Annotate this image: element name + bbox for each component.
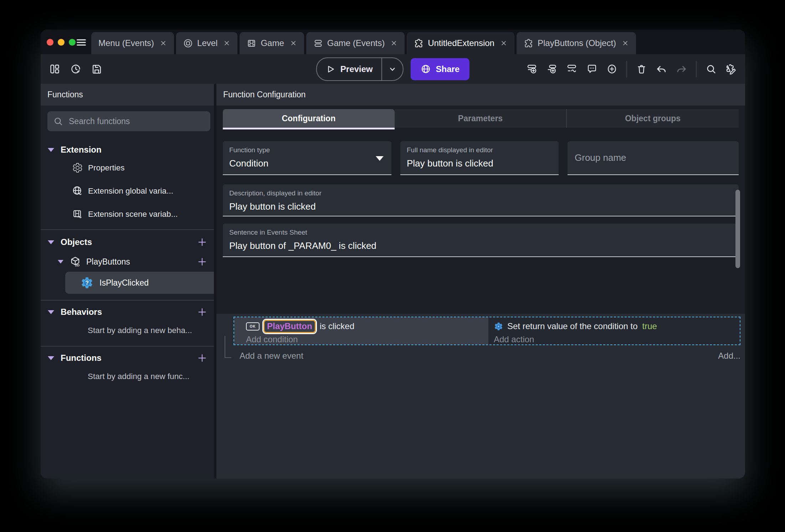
collapse-triangle-icon[interactable] — [48, 240, 54, 244]
conditions-cell[interactable]: OK PlayButton is clicked Add condition — [234, 317, 488, 344]
group-name-input[interactable] — [574, 152, 732, 164]
search-icon — [706, 63, 717, 75]
comment-icon — [586, 63, 597, 75]
action-gear-icon — [494, 322, 503, 331]
tab-close-icon[interactable] — [290, 40, 297, 47]
add-comment-button[interactable] — [586, 63, 597, 75]
tab-label: UntitledExtension — [428, 38, 494, 48]
collapse-triangle-icon[interactable] — [48, 310, 54, 314]
edit-extension-button[interactable] — [725, 63, 737, 75]
undo-button[interactable] — [656, 63, 667, 75]
tab-game-events[interactable]: Game (Events) — [306, 32, 405, 54]
tab-level[interactable]: Level — [176, 32, 237, 54]
traffic-lights — [47, 39, 76, 46]
redo-icon — [676, 63, 687, 75]
tab-label: Game — [261, 38, 284, 48]
section-label: Objects — [61, 237, 92, 247]
sidebar-item-properties[interactable]: Properties — [41, 156, 214, 179]
tree-item-playbuttons[interactable]: PlayButtons — [41, 255, 214, 269]
search-functions-input[interactable] — [68, 116, 205, 127]
add-behavior-icon[interactable] — [197, 307, 207, 317]
search-functions-box[interactable] — [47, 111, 210, 131]
field-label: Full name displayed in editor — [407, 146, 552, 154]
titlebar: Menu (Events) Level Game Game (Events) — [41, 30, 745, 54]
sentence-field[interactable]: Sentence in Events Sheet Play button of … — [223, 224, 739, 257]
add-other-events-button[interactable] — [566, 63, 578, 75]
zoom-window-button[interactable] — [69, 39, 76, 46]
tab-close-icon[interactable] — [390, 40, 397, 47]
full-name-field[interactable]: Full name displayed in editor Play butto… — [400, 141, 559, 175]
group-name-field[interactable] — [568, 141, 739, 175]
version-history-button[interactable] — [70, 63, 81, 75]
tab-close-icon[interactable] — [223, 40, 230, 47]
section-functions-header[interactable]: Functions — [41, 351, 214, 365]
delete-button[interactable] — [636, 63, 647, 75]
collapse-triangle-icon[interactable] — [58, 260, 63, 264]
form-scrollbar[interactable] — [735, 190, 740, 268]
add-more-button[interactable]: Add... — [718, 351, 740, 361]
tab-configuration[interactable]: Configuration — [223, 109, 395, 128]
tab-close-icon[interactable] — [622, 40, 629, 47]
description-field[interactable]: Description, displayed in editor Play bu… — [223, 184, 739, 216]
action-line[interactable]: Set return value of the condition to tru… — [494, 320, 740, 333]
tab-close-icon[interactable] — [160, 40, 167, 47]
minimize-window-button[interactable] — [58, 39, 65, 46]
sidebar-item-extension-scene-variables[interactable]: Extension scene variab... — [41, 203, 214, 226]
body: Functions Extension Properties Extension… — [41, 84, 745, 479]
add-new-event-button[interactable]: Add a new event — [240, 351, 303, 361]
section-objects-header[interactable]: Objects — [41, 235, 214, 249]
project-manager-button[interactable] — [49, 63, 60, 75]
tab-playbuttons-object[interactable]: PlayButtons (Object) — [517, 32, 636, 54]
tree-item-isplayclicked-selected[interactable]: ? IsPlayClicked — [65, 272, 214, 294]
field-label: Sentence in Events Sheet — [229, 229, 732, 236]
sidebar-divider — [41, 229, 214, 230]
preview-split-button: Preview — [316, 57, 404, 81]
object-chip-playbutton[interactable]: PlayButton — [263, 320, 316, 333]
preview-button[interactable]: Preview — [317, 58, 381, 80]
actions-cell[interactable]: Set return value of the condition to tru… — [488, 317, 740, 344]
tab-menu-events[interactable]: Menu (Events) — [91, 32, 174, 54]
section-extension-header[interactable]: Extension — [41, 143, 214, 156]
tab-game[interactable]: Game — [240, 32, 304, 54]
tab-object-groups[interactable]: Object groups — [566, 109, 739, 128]
events-sheet-icon — [313, 39, 323, 48]
object-2d-cube-icon — [69, 256, 81, 268]
close-window-button[interactable] — [47, 39, 53, 46]
trash-icon — [636, 63, 647, 75]
save-button[interactable] — [91, 63, 102, 75]
main-menu-button[interactable] — [76, 37, 87, 48]
search-button[interactable] — [706, 63, 717, 75]
search-icon — [53, 116, 63, 126]
add-condition-button[interactable]: Add condition — [246, 334, 488, 344]
tab-label: Level — [197, 38, 217, 48]
functions-empty-text: Start by adding a new func... — [41, 371, 214, 382]
dropdown-arrow-icon[interactable] — [376, 156, 384, 161]
event-row-selected[interactable]: OK PlayButton is clicked Add condition — [234, 317, 740, 345]
hamburger-icon — [76, 37, 87, 48]
svg-text:?: ? — [85, 280, 89, 286]
action-value-true[interactable]: true — [642, 321, 657, 331]
section-behaviors-header[interactable]: Behaviors — [41, 305, 214, 319]
editor-tabs: Menu (Events) Level Game Game (Events) — [91, 32, 636, 54]
condition-line[interactable]: OK PlayButton is clicked — [246, 320, 488, 333]
tab-close-icon[interactable] — [500, 40, 507, 47]
redo-button[interactable] — [676, 63, 687, 75]
sidebar-item-extension-global-variables[interactable]: Extension global varia... — [41, 179, 214, 203]
fields-row: Function type Condition Full name displa… — [223, 141, 739, 175]
tab-untitled-extension[interactable]: UntitledExtension — [407, 32, 514, 54]
collapse-triangle-icon[interactable] — [48, 356, 54, 360]
add-action-button[interactable]: Add action — [494, 334, 740, 344]
add-button[interactable] — [606, 63, 617, 75]
add-object-function-icon[interactable] — [197, 256, 207, 267]
add-event-button[interactable] — [527, 63, 538, 75]
toolbar-left-group — [49, 63, 102, 75]
share-button[interactable]: Share — [411, 58, 470, 80]
tab-parameters[interactable]: Parameters — [395, 109, 566, 128]
add-object-icon[interactable] — [197, 237, 207, 247]
function-type-field[interactable]: Function type Condition — [223, 141, 391, 175]
add-subevent-button[interactable] — [547, 63, 558, 75]
add-function-icon[interactable] — [197, 353, 207, 363]
collapse-triangle-icon[interactable] — [48, 148, 54, 152]
preview-options-button[interactable] — [382, 58, 403, 80]
section-label: Extension — [61, 145, 102, 155]
